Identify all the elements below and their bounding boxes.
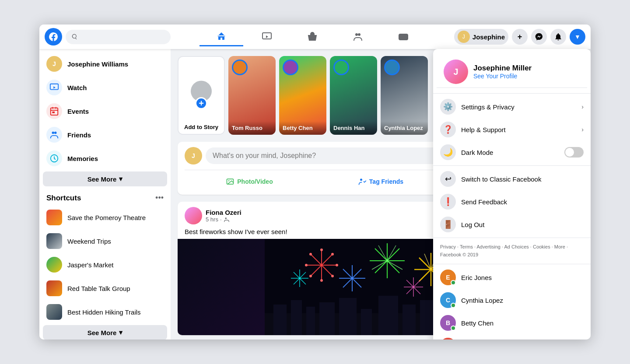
add-story-card[interactable]: + Add to Story bbox=[178, 56, 225, 135]
story-betty-name: Betty Chen bbox=[279, 121, 326, 135]
svg-rect-22 bbox=[319, 302, 335, 335]
shortcut-weekend-label: Weekend Trips bbox=[67, 238, 111, 245]
watch-icon bbox=[46, 80, 62, 95]
dropdown-divider-1 bbox=[433, 93, 591, 94]
contact-cynthia[interactable]: C Cynthia Lopez bbox=[433, 289, 591, 312]
see-more-label: See More bbox=[88, 175, 117, 183]
shortcuts-see-more[interactable]: See More ▾ bbox=[43, 325, 167, 340]
nav-icons bbox=[171, 27, 454, 46]
settings-label: Settings & Privacy bbox=[461, 103, 576, 111]
sidebar-events-label: Events bbox=[67, 108, 89, 115]
tag-friends-label: Tag Friends bbox=[369, 178, 403, 185]
nav-gaming[interactable] bbox=[382, 27, 425, 46]
contact-eric-name: Eric Jones bbox=[461, 274, 584, 281]
dropdown-feedback[interactable]: ❗ Send Feedback bbox=[433, 190, 591, 213]
darkmode-label: Dark Mode bbox=[461, 149, 493, 156]
svg-rect-26 bbox=[402, 304, 416, 335]
search-bar[interactable]: Search Facebook bbox=[66, 30, 171, 44]
story-cynthia[interactable]: Cynthia Lopez bbox=[381, 56, 428, 135]
dropdown-settings[interactable]: ⚙️ Settings & Privacy › bbox=[433, 95, 591, 118]
contact-eric[interactable]: E Eric Jones bbox=[433, 266, 591, 289]
friends-icon bbox=[46, 127, 62, 143]
svg-rect-5 bbox=[51, 108, 58, 115]
help-chevron: › bbox=[581, 126, 584, 133]
story-tom-name: Tom Russo bbox=[228, 121, 276, 135]
svg-point-41 bbox=[336, 264, 338, 266]
dropdown-divider-2 bbox=[433, 165, 591, 166]
svg-rect-4 bbox=[50, 84, 58, 90]
shortcut-hiking[interactable]: Best Hidden Hiking Trails bbox=[43, 301, 167, 323]
help-icon: ❓ bbox=[440, 122, 456, 137]
story-dennis[interactable]: Dennis Han bbox=[330, 56, 377, 135]
sidebar-see-more[interactable]: See More ▾ bbox=[43, 172, 167, 186]
contact-betty-name: Betty Chen bbox=[461, 319, 584, 327]
feedback-icon: ❗ bbox=[440, 194, 456, 210]
sidebar-watch-label: Watch bbox=[67, 84, 87, 91]
svg-point-42 bbox=[331, 275, 334, 277]
toggle-knob bbox=[565, 148, 574, 157]
contact-cynthia-avatar: C bbox=[440, 292, 456, 308]
svg-point-43 bbox=[320, 279, 323, 282]
dropdown-darkmode: 🌙 Dark Mode bbox=[433, 141, 591, 164]
dropdown-divider-4 bbox=[433, 264, 591, 264]
shortcuts-see-more-chevron: ▾ bbox=[119, 329, 122, 336]
dropdown-help[interactable]: ❓ Help & Support › bbox=[433, 118, 591, 141]
sidebar-item-watch[interactable]: Watch bbox=[43, 76, 167, 99]
tag-friends-button[interactable]: Tag Friends bbox=[316, 174, 445, 189]
svg-rect-6 bbox=[52, 112, 54, 113]
account-dropdown-button[interactable]: ▼ bbox=[570, 29, 585, 45]
notifications-button[interactable] bbox=[550, 29, 566, 45]
story-dennis-name: Dennis Han bbox=[330, 121, 377, 135]
facebook-logo[interactable] bbox=[45, 28, 62, 46]
story-betty[interactable]: Betty Chen bbox=[279, 56, 326, 135]
photo-video-button[interactable]: Photo/Video bbox=[185, 174, 314, 189]
sidebar-item-user[interactable]: J Josephine Williams bbox=[43, 52, 167, 75]
nav-watch[interactable] bbox=[245, 27, 289, 46]
shortcut-jaspers-icon bbox=[46, 257, 62, 273]
topbar-right: J Josephine + ▼ bbox=[454, 29, 585, 45]
shortcut-pomeroy-icon bbox=[46, 210, 62, 225]
darkmode-icon: 🌙 bbox=[440, 144, 456, 160]
dropdown-profile[interactable]: J Josephine Miller See Your Profile bbox=[437, 56, 587, 88]
add-story-plus: + bbox=[195, 97, 207, 109]
svg-point-44 bbox=[309, 275, 312, 277]
sidebar-item-friends[interactable]: Friends bbox=[43, 123, 167, 146]
nav-marketplace[interactable] bbox=[290, 27, 334, 46]
nav-home[interactable] bbox=[200, 27, 243, 46]
sidebar-item-events[interactable]: Events bbox=[43, 100, 167, 122]
shortcut-jaspers-label: Jasper's Market bbox=[67, 261, 113, 269]
story-tom[interactable]: Tom Russo bbox=[228, 56, 276, 135]
dropdown-profile-sub: See Your Profile bbox=[473, 73, 532, 80]
shortcuts-more-icon[interactable]: ••• bbox=[155, 193, 164, 203]
feedback-label: Send Feedback bbox=[461, 198, 584, 206]
contact-tina[interactable]: T Tina Lim bbox=[433, 334, 591, 340]
story-tom-avatar bbox=[232, 60, 248, 75]
shortcut-redtable[interactable]: Red Table Talk Group bbox=[43, 277, 167, 300]
dropdown-logout[interactable]: 🚪 Log Out bbox=[433, 213, 591, 236]
sidebar-user-avatar: J bbox=[46, 56, 62, 72]
user-chip[interactable]: J Josephine bbox=[454, 29, 508, 45]
post-time: 5 hrs bbox=[206, 216, 218, 223]
shortcut-jaspers[interactable]: Jasper's Market bbox=[43, 253, 167, 276]
nav-groups[interactable] bbox=[336, 27, 380, 46]
svg-rect-0 bbox=[262, 33, 271, 39]
shortcut-weekend-icon bbox=[46, 233, 62, 249]
help-label: Help & Support bbox=[461, 126, 576, 133]
search-input[interactable]: Search Facebook bbox=[80, 33, 165, 41]
contact-betty[interactable]: B Betty Chen bbox=[433, 312, 591, 334]
shortcut-pomeroy[interactable]: Save the Pomeroy Theatre bbox=[43, 206, 167, 229]
dropdown-classic[interactable]: ↩ Switch to Classic Facebook bbox=[433, 168, 591, 190]
sidebar-item-memories[interactable]: Memories bbox=[43, 147, 167, 170]
shortcuts-title: Shortcuts bbox=[46, 194, 81, 203]
shortcut-redtable-icon bbox=[46, 280, 62, 296]
user-name: Josephine bbox=[472, 33, 505, 41]
account-dropdown: J Josephine Miller See Your Profile ⚙️ S… bbox=[433, 49, 591, 340]
shortcut-weekend[interactable]: Weekend Trips bbox=[43, 230, 167, 252]
messenger-button[interactable] bbox=[531, 29, 547, 45]
dropdown-profile-info: Josephine Miller See Your Profile bbox=[473, 64, 532, 80]
add-button[interactable]: + bbox=[512, 29, 528, 45]
darkmode-toggle[interactable] bbox=[564, 147, 584, 158]
sidebar-user-name: Josephine Williams bbox=[67, 60, 128, 68]
user-avatar: J bbox=[458, 31, 470, 43]
photo-video-label: Photo/Video bbox=[237, 178, 273, 185]
